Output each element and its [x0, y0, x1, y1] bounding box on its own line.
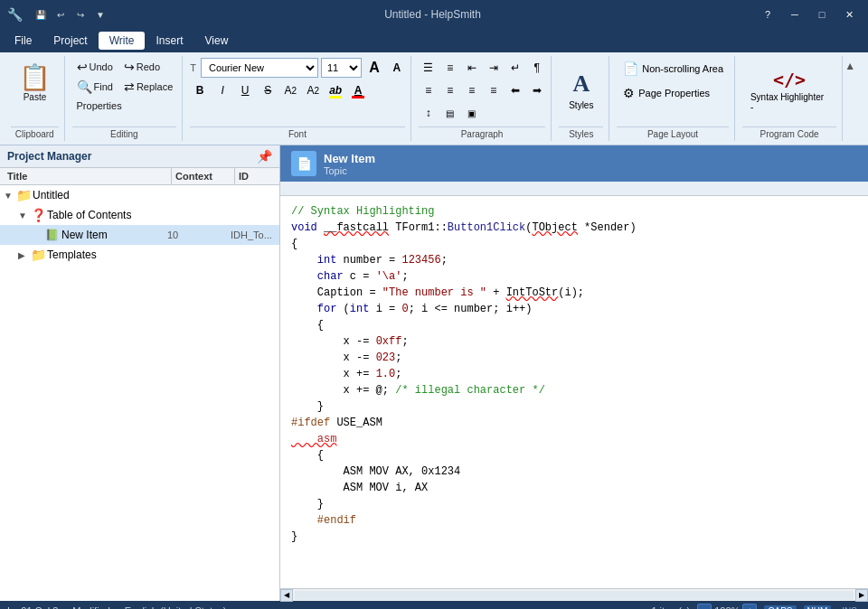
- find-label: Find: [94, 81, 113, 92]
- bold-button[interactable]: B: [190, 80, 210, 100]
- more-quick-button[interactable]: ▼: [91, 5, 109, 23]
- ribbon: 📋 Paste Clipboard ↩ Undo ↪ Redo: [0, 52, 868, 145]
- indent-inc-button[interactable]: ⇥: [484, 58, 504, 78]
- page-properties-icon: ⚙: [623, 86, 635, 100]
- zoom-in-button[interactable]: +: [742, 604, 757, 609]
- redo-quick-button[interactable]: ↪: [71, 5, 90, 23]
- undo-quick-button[interactable]: ↩: [52, 5, 70, 23]
- undo-button[interactable]: ↩ Undo: [72, 58, 118, 76]
- subscript-button[interactable]: A2: [280, 80, 300, 100]
- indent-dec-button[interactable]: ⇤: [462, 58, 482, 78]
- icon-toc: ❓: [31, 208, 47, 222]
- show-para-button[interactable]: ¶: [527, 58, 547, 78]
- menu-view[interactable]: View: [194, 32, 240, 50]
- help-button[interactable]: ?: [756, 5, 779, 23]
- page-layout-label: Page Layout: [617, 126, 729, 141]
- italic-button[interactable]: I: [212, 80, 232, 100]
- superscript-button[interactable]: A2: [303, 80, 323, 100]
- horizontal-scrollbar: ◀ ▶: [280, 588, 868, 601]
- num-indicator: NUM: [804, 605, 832, 610]
- title-bar: 🔧 💾 ↩ ↪ ▼ Untitled - HelpSmith ? ─ □ ✕: [0, 0, 868, 29]
- items-count: 1 item(s): [651, 605, 690, 609]
- hscroll-right-button[interactable]: ▶: [855, 589, 868, 602]
- modified-status: Modified: [72, 605, 110, 609]
- expand-icon-toc[interactable]: ▼: [18, 211, 31, 220]
- label-new-item: New Item: [61, 229, 167, 241]
- save-quick-button[interactable]: 💾: [32, 5, 50, 23]
- align-left-button[interactable]: ≡: [419, 80, 439, 100]
- font-size-select[interactable]: 11 10 12 14: [321, 58, 362, 78]
- code-line: int number = 123456;: [291, 252, 857, 268]
- menu-insert[interactable]: Insert: [145, 32, 193, 50]
- code-line: x += 1.0;: [291, 366, 857, 382]
- language-status: English (United States): [125, 605, 227, 609]
- paragraph-label: Paragraph: [419, 126, 546, 141]
- align-center-button[interactable]: ≡: [440, 80, 460, 100]
- borders-button[interactable]: ▣: [462, 103, 482, 123]
- syntax-label: Syntax Highlighter -: [750, 92, 828, 112]
- underline-button[interactable]: U: [235, 80, 255, 100]
- redo-button[interactable]: ↪ Redo: [119, 58, 165, 76]
- line-spacing-button[interactable]: ↕: [419, 103, 439, 123]
- window-controls: ? ─ □ ✕: [756, 5, 861, 23]
- col-right-button[interactable]: ➡: [527, 80, 547, 100]
- font-family-select[interactable]: Courier New Arial Times New Roman: [201, 58, 318, 78]
- col-title: Title: [0, 168, 171, 184]
- tree-item-toc[interactable]: ▼ ❓ Table of Contents: [0, 205, 279, 225]
- align-right-button[interactable]: ≡: [462, 80, 482, 100]
- caps-indicator: CAPS: [764, 605, 796, 610]
- code-editor[interactable]: // Syntax Highlightingvoid __fastcall TF…: [280, 196, 868, 588]
- font-row1: T Courier New Arial Times New Roman 11 1…: [190, 58, 407, 78]
- paste-button[interactable]: 📋 Paste: [11, 58, 59, 107]
- menu-file[interactable]: File: [4, 32, 42, 50]
- tree-item-new-item[interactable]: 📗 New Item 10 IDH_To...: [0, 225, 279, 245]
- page-layout-group-content: 📄 Non-scrolling Area ⚙ Page Properties: [617, 56, 729, 125]
- bullets-button[interactable]: ☰: [419, 58, 439, 78]
- ruler-svg: [280, 182, 868, 196]
- properties-button[interactable]: Properties: [72, 98, 127, 114]
- hscroll-left-button[interactable]: ◀: [280, 589, 293, 602]
- minimize-button[interactable]: ─: [783, 5, 807, 23]
- col-left-button[interactable]: ⬅: [505, 80, 525, 100]
- highlight-label: ab: [329, 84, 342, 97]
- non-scrolling-button[interactable]: 📄 Non-scrolling Area: [617, 58, 730, 80]
- find-button[interactable]: 🔍 Find: [72, 78, 118, 96]
- expand-icon-untitled[interactable]: ▼: [4, 191, 16, 201]
- undo-label: Undo: [90, 61, 113, 72]
- zoom-out-button[interactable]: ─: [697, 604, 712, 609]
- replace-button[interactable]: ⇄ Replace: [119, 78, 177, 96]
- justify-button[interactable]: ≡: [484, 80, 504, 100]
- ltr-button[interactable]: ↵: [505, 58, 525, 78]
- left-icons: 🔧 💾 ↩ ↪ ▼: [7, 5, 109, 23]
- page-properties-button[interactable]: ⚙ Page Properties: [617, 82, 716, 104]
- editor-scroll: // Syntax Highlightingvoid __fastcall TF…: [280, 196, 868, 588]
- menu-project[interactable]: Project: [42, 32, 98, 50]
- syntax-highlighter-button[interactable]: </> Syntax Highlighter -: [742, 64, 836, 117]
- maximize-button[interactable]: □: [810, 5, 834, 23]
- pin-button[interactable]: 📌: [257, 149, 272, 164]
- code-line: }: [291, 529, 857, 545]
- tree-item-untitled[interactable]: ▼ 📁 Untitled: [0, 185, 279, 205]
- shading-button[interactable]: ▤: [440, 103, 460, 123]
- strikethrough-button[interactable]: S: [258, 80, 278, 100]
- code-line: x -= 023;: [291, 350, 857, 366]
- close-button[interactable]: ✕: [837, 5, 861, 23]
- editing-group: ↩ Undo ↪ Redo 🔍 Find ⇄ Replace: [67, 56, 184, 141]
- code-line: // Syntax Highlighting: [291, 203, 857, 220]
- numbering-button[interactable]: ≡: [440, 58, 460, 78]
- font-shrink-button[interactable]: A: [387, 58, 407, 78]
- font-grow-button[interactable]: A: [364, 58, 384, 78]
- font-color-button[interactable]: A: [348, 80, 368, 100]
- highlight-button[interactable]: ab: [326, 80, 345, 100]
- tree-item-templates[interactable]: ▶ 📁 Templates: [0, 245, 279, 265]
- icon-new-item: 📗: [45, 229, 61, 241]
- code-line: void __fastcall TForm1::Button1Click(TOb…: [291, 220, 857, 236]
- styles-button[interactable]: A Styles: [559, 66, 603, 115]
- menu-write[interactable]: Write: [99, 32, 146, 50]
- redo-label: Redo: [137, 61, 160, 72]
- undo-icon: ↩: [77, 61, 88, 73]
- zoom-level: 100%: [714, 605, 740, 609]
- ribbon-collapse-button[interactable]: ▲: [844, 56, 863, 141]
- expand-icon-templates[interactable]: ▶: [18, 250, 31, 260]
- app-icon: 🔧: [7, 7, 23, 22]
